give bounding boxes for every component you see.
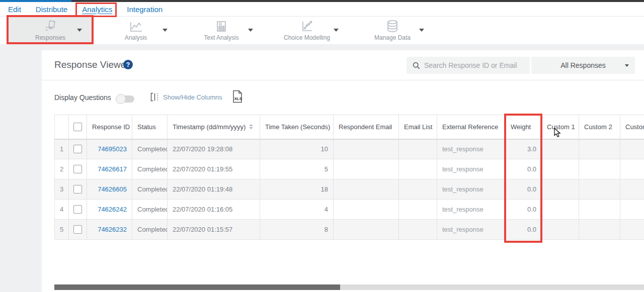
custom2-cell <box>579 220 620 240</box>
header-custom-1: Custom 1 <box>542 115 579 139</box>
row-checkbox[interactable] <box>73 185 82 193</box>
row-checkbox-cell <box>69 179 87 200</box>
response-id-link[interactable]: 74695023 <box>87 139 132 159</box>
scrollbar-thumb[interactable] <box>54 284 340 290</box>
toolbar-item-text-analysis[interactable]: Text Analysis <box>179 17 264 44</box>
toolbar-item-label: Manage Data <box>374 34 411 41</box>
toolbar-item-analysis[interactable]: Analysis <box>93 17 179 44</box>
row-number: 2 <box>55 159 69 179</box>
app-window: Edit Distribute Analytics Integration Re… <box>0 0 644 292</box>
select-all-checkbox[interactable] <box>73 123 82 131</box>
row-number: 3 <box>55 179 69 200</box>
header-custom-3: Custom 3 <box>620 115 644 139</box>
status-cell: Completed <box>132 139 168 159</box>
custom2-cell <box>579 139 620 159</box>
timestamp-cell: 22/07/2020 01:19:48 <box>168 179 260 200</box>
status-cell: Completed <box>132 220 168 240</box>
weight-cell: 0.0 <box>506 220 542 240</box>
custom1-cell <box>542 139 579 159</box>
row-number: 4 <box>55 200 69 220</box>
toolbar-item-label: Text Analysis <box>204 34 238 41</box>
search-input[interactable] <box>424 61 525 69</box>
weight-cell: 3.0 <box>506 139 542 159</box>
table-controls: Display Questions Show/Hide Columns XLS <box>42 80 644 115</box>
columns-icon <box>150 92 159 102</box>
search-box[interactable] <box>407 57 530 74</box>
responses-filter-value: All Responses <box>560 61 606 69</box>
display-questions-label: Display Questions <box>54 93 111 102</box>
svg-text:XLS: XLS <box>234 96 243 101</box>
external-reference-cell: test_response <box>437 159 506 179</box>
sort-icon[interactable] <box>249 124 253 129</box>
header-timestamp[interactable]: Timestamp (dd/mm/yyyy) <box>168 115 260 139</box>
time-taken-cell: 8 <box>260 220 334 240</box>
custom3-cell <box>620 159 644 179</box>
chevron-down-icon[interactable] <box>419 29 424 32</box>
nav-tab-distribute[interactable]: Distribute <box>36 5 67 14</box>
external-reference-cell: test_response <box>437 200 506 220</box>
response-id-link[interactable]: 74626242 <box>87 200 132 220</box>
export-xls-button[interactable]: XLS <box>232 90 243 105</box>
help-icon[interactable]: ? <box>123 60 133 69</box>
page-background-band <box>0 44 644 50</box>
display-questions-toggle[interactable] <box>117 95 134 103</box>
show-hide-columns-button[interactable]: Show/Hide Columns <box>150 92 222 102</box>
header-response-id[interactable]: Response ID <box>87 115 132 139</box>
chevron-down-icon[interactable] <box>77 29 82 32</box>
status-cell: Completed <box>132 159 168 179</box>
responses-filter-dropdown[interactable]: All Responses <box>531 57 635 74</box>
row-checkbox[interactable] <box>73 145 82 153</box>
response-id-link[interactable]: 74626232 <box>87 220 132 240</box>
weight-cell: 0.0 <box>506 200 542 220</box>
horizontal-scrollbar[interactable] <box>54 284 644 290</box>
header-checkbox-cell <box>69 115 87 139</box>
main-nav: Edit Distribute Analytics Integration <box>0 2 644 17</box>
external-reference-cell: test_response <box>437 179 506 200</box>
nav-tab-analytics[interactable]: Analytics <box>82 5 112 14</box>
row-checkbox[interactable] <box>73 165 82 173</box>
response-id-link[interactable]: 74626617 <box>87 159 132 179</box>
respondent-email-cell <box>334 159 399 179</box>
xls-icon: XLS <box>232 90 243 103</box>
toolbar-item-choice-modelling[interactable]: Choice Modelling <box>264 17 350 44</box>
status-cell: Completed <box>132 200 168 220</box>
external-reference-cell: test_response <box>437 220 506 240</box>
chevron-down-icon[interactable] <box>163 29 168 32</box>
email-list-cell <box>399 179 437 200</box>
table-row: 4 74626242 Completed 22/07/2020 01:16:05… <box>55 200 644 220</box>
row-checkbox[interactable] <box>73 205 82 214</box>
toolbar-item-manage-data[interactable]: Manage Data <box>350 17 435 44</box>
nav-tab-integration[interactable]: Integration <box>127 5 163 14</box>
row-number: 1 <box>55 139 69 159</box>
chevron-down-icon[interactable] <box>248 29 253 32</box>
timestamp-cell: 22/07/2020 01:19:55 <box>168 159 260 179</box>
response-id-link[interactable]: 74626605 <box>87 179 132 200</box>
table-row: 2 74626617 Completed 22/07/2020 01:19:55… <box>55 159 644 179</box>
respondent-email-cell <box>334 139 399 159</box>
header-time-taken[interactable]: Time Taken (Seconds) <box>260 115 334 139</box>
respondent-email-cell <box>334 220 399 240</box>
status-cell: Completed <box>132 179 168 200</box>
table-row: 1 74695023 Completed 22/07/2020 19:28:08… <box>55 139 644 159</box>
chevron-down-icon[interactable] <box>334 29 339 32</box>
responses-table: Response ID Status Timestamp (dd/mm/yyyy… <box>54 115 644 240</box>
custom3-cell <box>620 220 644 240</box>
header-respondent-email: Respondent Email <box>334 115 399 139</box>
row-checkbox-cell <box>69 139 87 159</box>
row-checkbox-cell <box>69 200 87 220</box>
timestamp-cell: 22/07/2020 01:16:05 <box>168 200 260 220</box>
email-list-cell <box>399 220 437 240</box>
custom1-cell <box>542 200 579 220</box>
content-card: Response Viewer ? All Responses Display … <box>42 50 644 292</box>
weight-cell: 0.0 <box>506 179 542 200</box>
nav-tab-edit[interactable]: Edit <box>8 5 21 14</box>
email-list-cell <box>399 200 437 220</box>
card-header: Response Viewer ? All Responses <box>42 50 644 80</box>
table-row: 5 74626232 Completed 22/07/2020 01:15:57… <box>55 220 644 240</box>
page-title: Response Viewer <box>54 59 129 70</box>
row-checkbox[interactable] <box>73 225 82 234</box>
row-checkbox-cell <box>69 159 87 179</box>
line-chart-icon <box>129 20 143 33</box>
toolbar-item-responses[interactable]: Responses <box>8 17 93 44</box>
custom3-cell <box>620 139 644 159</box>
